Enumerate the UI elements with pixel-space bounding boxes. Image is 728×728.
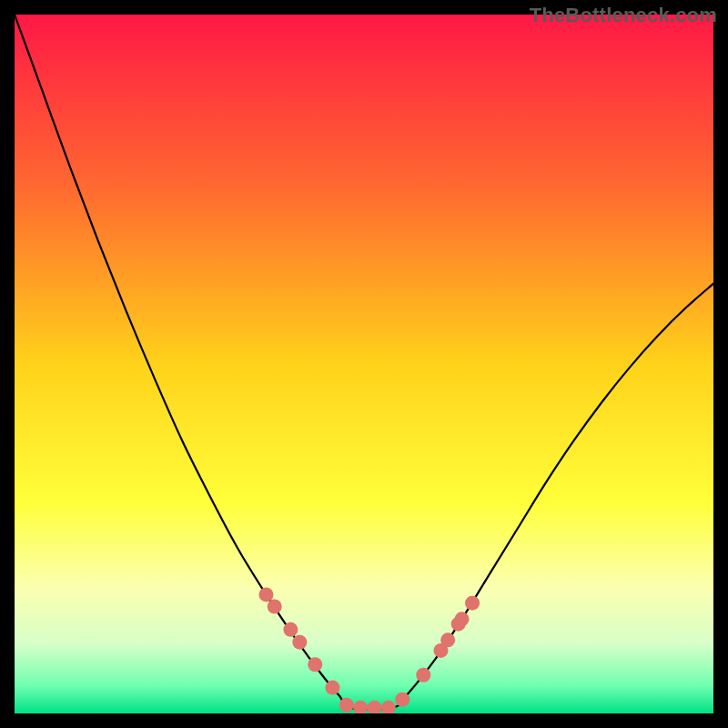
bead-marker: [258, 587, 273, 602]
bead-marker: [283, 622, 298, 637]
bead-marker: [308, 657, 322, 672]
bead-marker: [395, 693, 410, 707]
bead-marker: [292, 635, 307, 650]
bead-marker: [440, 632, 455, 647]
bottleneck-chart: [15, 15, 713, 713]
watermark-text: TheBottleneck.com: [530, 4, 717, 27]
chart-background: [15, 15, 713, 713]
bead-marker: [268, 599, 282, 613]
bead-marker: [455, 612, 470, 626]
bead-marker: [416, 668, 430, 682]
bead-marker: [465, 596, 480, 611]
bead-marker: [325, 681, 339, 695]
bead-marker: [339, 698, 354, 713]
